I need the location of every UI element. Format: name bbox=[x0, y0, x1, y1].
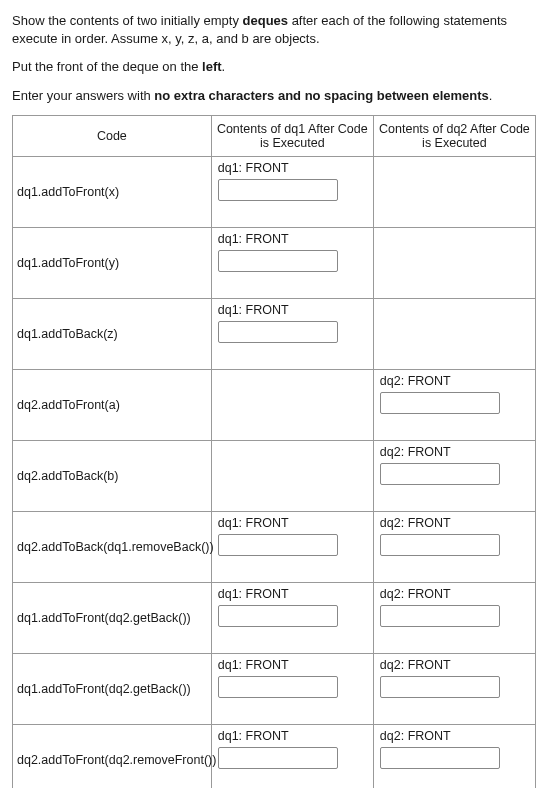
code-cell: dq2.addToBack(dq1.removeBack()) bbox=[13, 511, 212, 582]
dq1-cell bbox=[211, 440, 373, 511]
dq2-cell: dq2: FRONT bbox=[373, 511, 535, 582]
dq2-cell bbox=[373, 227, 535, 298]
dq1-cell: dq1: FRONT bbox=[211, 511, 373, 582]
dq2-cell: dq2: FRONT bbox=[373, 369, 535, 440]
dq2-cell: dq2: FRONT bbox=[373, 582, 535, 653]
table-row: dq1.addToFront(dq2.getBack())dq1: FRONTd… bbox=[13, 582, 536, 653]
dq2-cell: dq2: FRONT bbox=[373, 724, 535, 788]
dq1-cell: dq1: FRONT bbox=[211, 724, 373, 788]
deque-table: Code Contents of dq1 After Code is Execu… bbox=[12, 115, 536, 788]
text: Enter your answers with bbox=[12, 88, 154, 103]
text: . bbox=[489, 88, 493, 103]
dq2-label: dq2: FRONT bbox=[380, 587, 529, 601]
intro-line-3: Enter your answers with no extra charact… bbox=[12, 87, 536, 105]
dq1-label: dq1: FRONT bbox=[218, 587, 367, 601]
text: Show the contents of two initially empty bbox=[12, 13, 243, 28]
table-row: dq1.addToFront(y)dq1: FRONT bbox=[13, 227, 536, 298]
dq1-cell: dq1: FRONT bbox=[211, 156, 373, 227]
dq2-cell: dq2: FRONT bbox=[373, 653, 535, 724]
dq2-cell bbox=[373, 156, 535, 227]
table-row: dq2.addToFront(dq2.removeFront())dq1: FR… bbox=[13, 724, 536, 788]
dq1-cell: dq1: FRONT bbox=[211, 653, 373, 724]
dq1-cell: dq1: FRONT bbox=[211, 227, 373, 298]
text-bold: left bbox=[202, 59, 222, 74]
text: Put the front of the deque on the bbox=[12, 59, 202, 74]
intro-line-2: Put the front of the deque on the left. bbox=[12, 58, 536, 76]
dq1-input[interactable] bbox=[218, 534, 338, 556]
dq2-cell bbox=[373, 298, 535, 369]
dq2-label: dq2: FRONT bbox=[380, 374, 529, 388]
dq2-input[interactable] bbox=[380, 676, 500, 698]
header-dq2: Contents of dq2 After Code is Executed bbox=[373, 115, 535, 156]
dq1-label: dq1: FRONT bbox=[218, 232, 367, 246]
code-cell: dq1.addToFront(y) bbox=[13, 227, 212, 298]
table-row: dq2.addToBack(dq1.removeBack())dq1: FRON… bbox=[13, 511, 536, 582]
code-cell: dq1.addToFront(x) bbox=[13, 156, 212, 227]
dq1-input[interactable] bbox=[218, 250, 338, 272]
code-cell: dq1.addToBack(z) bbox=[13, 298, 212, 369]
dq1-cell: dq1: FRONT bbox=[211, 582, 373, 653]
code-cell: dq1.addToFront(dq2.getBack()) bbox=[13, 582, 212, 653]
dq1-label: dq1: FRONT bbox=[218, 161, 367, 175]
dq1-input[interactable] bbox=[218, 179, 338, 201]
dq2-label: dq2: FRONT bbox=[380, 445, 529, 459]
table-row: dq1.addToBack(z)dq1: FRONT bbox=[13, 298, 536, 369]
text-bold: deques bbox=[243, 13, 289, 28]
code-cell: dq2.addToFront(dq2.removeFront()) bbox=[13, 724, 212, 788]
dq2-input[interactable] bbox=[380, 392, 500, 414]
dq2-cell: dq2: FRONT bbox=[373, 440, 535, 511]
dq2-label: dq2: FRONT bbox=[380, 516, 529, 530]
dq1-input[interactable] bbox=[218, 605, 338, 627]
table-row: dq1.addToFront(dq2.getBack())dq1: FRONTd… bbox=[13, 653, 536, 724]
header-code: Code bbox=[13, 115, 212, 156]
dq1-label: dq1: FRONT bbox=[218, 516, 367, 530]
dq1-label: dq1: FRONT bbox=[218, 658, 367, 672]
header-dq1: Contents of dq1 After Code is Executed bbox=[211, 115, 373, 156]
code-cell: dq2.addToBack(b) bbox=[13, 440, 212, 511]
text: . bbox=[222, 59, 226, 74]
code-cell: dq2.addToFront(a) bbox=[13, 369, 212, 440]
table-row: dq1.addToFront(x)dq1: FRONT bbox=[13, 156, 536, 227]
dq1-label: dq1: FRONT bbox=[218, 303, 367, 317]
dq2-label: dq2: FRONT bbox=[380, 729, 529, 743]
intro-line-1: Show the contents of two initially empty… bbox=[12, 12, 536, 48]
dq1-label: dq1: FRONT bbox=[218, 729, 367, 743]
table-row: dq2.addToFront(a)dq2: FRONT bbox=[13, 369, 536, 440]
dq1-input[interactable] bbox=[218, 747, 338, 769]
dq1-cell bbox=[211, 369, 373, 440]
dq2-input[interactable] bbox=[380, 463, 500, 485]
dq2-input[interactable] bbox=[380, 605, 500, 627]
dq1-input[interactable] bbox=[218, 676, 338, 698]
dq1-cell: dq1: FRONT bbox=[211, 298, 373, 369]
dq1-input[interactable] bbox=[218, 321, 338, 343]
table-row: dq2.addToBack(b)dq2: FRONT bbox=[13, 440, 536, 511]
dq2-label: dq2: FRONT bbox=[380, 658, 529, 672]
code-cell: dq1.addToFront(dq2.getBack()) bbox=[13, 653, 212, 724]
dq2-input[interactable] bbox=[380, 534, 500, 556]
dq2-input[interactable] bbox=[380, 747, 500, 769]
text-bold: no extra characters and no spacing betwe… bbox=[154, 88, 489, 103]
